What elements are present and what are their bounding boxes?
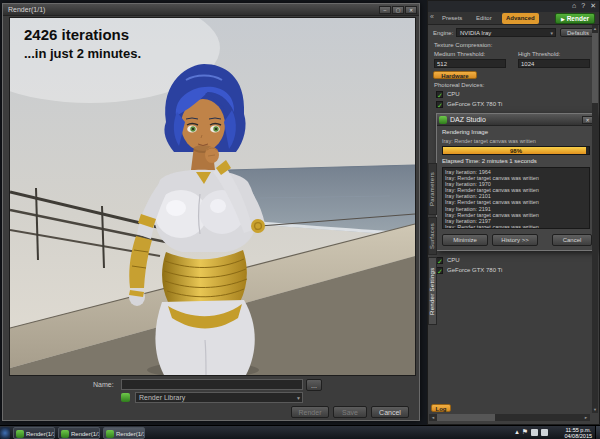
- vertical-scrollbar[interactable]: ▲ ▼: [592, 25, 598, 413]
- system-tray: ▴ ⚑: [515, 428, 548, 436]
- chevron-down-icon: ▼: [296, 393, 301, 403]
- history-button[interactable]: History >>: [492, 234, 538, 246]
- scrollbar-thumb[interactable]: [592, 33, 598, 103]
- start-button[interactable]: [0, 427, 10, 439]
- high-threshold-label: High Threshold:: [518, 51, 560, 57]
- name-input[interactable]: [121, 379, 303, 390]
- scroll-up-icon[interactable]: ▲: [592, 25, 598, 32]
- progress-percent: 98%: [443, 148, 589, 154]
- chevron-down-icon: ▼: [550, 30, 554, 38]
- name-row: Name: ...: [3, 379, 419, 390]
- scroll-right-icon[interactable]: ►: [582, 414, 590, 421]
- dialog-titlebar[interactable]: DAZ Studio ✕: [437, 114, 595, 126]
- medium-threshold-label: Medium Threshold:: [434, 51, 485, 57]
- render-window-buttons-row: Render Save Cancel: [3, 406, 419, 418]
- taskbar-item-1[interactable]: Render(1/1): [13, 427, 55, 439]
- engine-combo[interactable]: NVIDIA Iray ▼: [456, 28, 556, 37]
- render-window-titlebar[interactable]: Render(1/1) – ▢ ✕: [3, 4, 419, 16]
- render-button[interactable]: ▶ Render: [555, 13, 595, 24]
- library-combo[interactable]: Render Library ▼: [135, 392, 303, 403]
- desktop: Render(1/1) – ▢ ✕: [0, 0, 600, 439]
- defaults-button[interactable]: Defaults: [560, 28, 596, 37]
- texture-compression-title: Texture Compression:: [434, 42, 492, 48]
- name-label: Name:: [93, 381, 114, 388]
- library-value: Render Library: [139, 394, 185, 401]
- device-label: GeForce GTX 780 Ti: [447, 101, 502, 107]
- device-label: CPU: [447, 257, 460, 263]
- daz-logo-icon: [439, 116, 447, 124]
- log-button[interactable]: Log: [431, 404, 451, 412]
- tab-parameters[interactable]: Parameters: [428, 163, 437, 215]
- tray-network-icon[interactable]: [531, 429, 538, 436]
- maximize-icon[interactable]: ▢: [392, 6, 404, 14]
- tab-advanced[interactable]: Advanced: [502, 13, 539, 24]
- close-icon[interactable]: ✕: [405, 6, 417, 14]
- render-window-title: Render(1/1): [8, 6, 45, 13]
- checkbox-checked-icon[interactable]: ✓: [436, 101, 443, 108]
- render-log-list[interactable]: Iray Iteration: 1964 Iray: Render target…: [442, 167, 590, 229]
- window-buttons: – ▢ ✕: [379, 6, 417, 14]
- taskbar-item-label: Render(1/1): [26, 431, 54, 437]
- dialog-title: DAZ Studio: [450, 116, 486, 123]
- daz-app-icon: [61, 430, 69, 438]
- tray-flag-icon[interactable]: ⚑: [522, 428, 528, 436]
- tab-presets[interactable]: Presets: [438, 13, 466, 24]
- taskbar-item-2[interactable]: Render(1/1): [58, 427, 100, 439]
- tab-render-settings[interactable]: Render Settings: [428, 257, 437, 325]
- scroll-left-icon[interactable]: ◄: [429, 414, 437, 421]
- high-threshold-input[interactable]: [518, 59, 590, 68]
- taskbar-clock[interactable]: 11:55 p.m. 04/08/2015: [564, 427, 592, 439]
- home-icon[interactable]: ⌂: [572, 2, 576, 10]
- scrollbar-thumb[interactable]: [437, 414, 495, 421]
- scroll-down-icon[interactable]: ▼: [592, 406, 598, 413]
- save-button[interactable]: Save: [333, 406, 367, 418]
- taskbar-item-label: Render(1/1): [71, 431, 99, 437]
- tray-volume-icon[interactable]: [541, 429, 548, 436]
- minimize-icon[interactable]: –: [379, 6, 391, 14]
- render-button[interactable]: Render: [291, 406, 329, 418]
- tab-editor[interactable]: Editor: [472, 13, 496, 24]
- render-scene: [10, 18, 415, 375]
- device-label: CPU: [447, 91, 460, 97]
- horizontal-scrollbar[interactable]: ◄ ►: [429, 414, 590, 421]
- photoreal-devices-label: Photoreal Devices:: [434, 82, 484, 88]
- medium-threshold-input[interactable]: [434, 59, 506, 68]
- tab-surfaces[interactable]: Surfaces: [428, 217, 437, 255]
- hardware-section-label[interactable]: Hardware: [433, 71, 477, 79]
- taskbar: Render(1/1) Render(1/1) Render(1/1) ▴ ⚑ …: [0, 425, 600, 439]
- cancel-button[interactable]: Cancel: [371, 406, 409, 418]
- library-icon: [121, 393, 130, 402]
- daz-app-icon: [106, 430, 114, 438]
- taskbar-item-3[interactable]: Render(1/1): [103, 427, 145, 439]
- overlay-line2: ...in just 2 minutes.: [24, 46, 141, 61]
- render-window: Render(1/1) – ▢ ✕: [2, 3, 420, 421]
- taskbar-item-label: Render(1/1): [116, 431, 144, 437]
- checkbox-checked-icon[interactable]: ✓: [436, 91, 443, 98]
- browse-button[interactable]: ...: [306, 379, 322, 391]
- minimize-button[interactable]: Minimize: [442, 234, 488, 246]
- pane-header: ⌂ ? ✕: [428, 1, 599, 12]
- cancel-button[interactable]: Cancel: [552, 234, 592, 246]
- elapsed-time: Elapsed Time: 2 minutes 1 seconds: [442, 158, 537, 164]
- render-image: 2426 iterations ...in just 2 minutes.: [9, 17, 416, 376]
- tray-up-icon[interactable]: ▴: [515, 428, 519, 436]
- help-icon[interactable]: ?: [581, 2, 585, 10]
- engine-value: NVIDIA Iray: [460, 30, 491, 36]
- overlay-line1: 2426 iterations: [24, 26, 141, 43]
- render-progress-dialog: DAZ Studio ✕ Rendering Image Iray: Rende…: [436, 113, 596, 251]
- device-label: GeForce GTX 780 Ti: [447, 267, 502, 273]
- play-icon: ▶: [561, 16, 565, 22]
- close-icon[interactable]: ✕: [590, 2, 596, 10]
- library-row: Render Library ▼: [3, 392, 419, 403]
- log-line: Iray: Render target canvas was written: [445, 224, 587, 229]
- collapse-icon[interactable]: «: [430, 13, 434, 20]
- checkbox-checked-icon[interactable]: ✓: [436, 257, 443, 264]
- checkbox-checked-icon[interactable]: ✓: [436, 267, 443, 274]
- dialog-status: Rendering Image: [442, 129, 488, 135]
- show-desktop-button[interactable]: [595, 426, 600, 439]
- render-settings-pane: ⌂ ? ✕ « Presets Editor Advanced ▶ Render…: [427, 0, 600, 425]
- progress-bar: 98%: [442, 146, 590, 155]
- overlay-caption: 2426 iterations ...in just 2 minutes.: [24, 26, 141, 61]
- render-button-label: Render: [567, 15, 589, 22]
- daz-app-icon: [16, 430, 24, 438]
